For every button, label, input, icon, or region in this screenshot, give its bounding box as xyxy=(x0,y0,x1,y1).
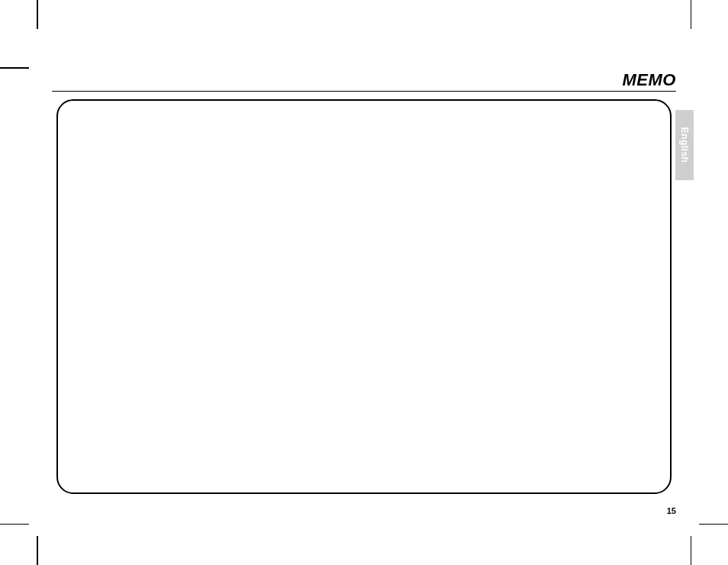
crop-mark xyxy=(691,536,692,565)
page-title: MEMO xyxy=(623,70,676,90)
header-rule xyxy=(52,91,676,92)
memo-box xyxy=(56,99,672,494)
crop-mark xyxy=(691,0,692,29)
crop-mark xyxy=(699,524,728,525)
crop-mark xyxy=(37,0,38,29)
header: MEMO xyxy=(52,67,676,92)
crop-mark xyxy=(0,524,29,525)
crop-mark xyxy=(0,67,29,69)
page-number: 15 xyxy=(667,506,676,515)
language-tab-label: English xyxy=(679,128,690,163)
language-tab: English xyxy=(675,110,694,180)
crop-mark xyxy=(37,536,38,565)
page-content: MEMO 15 xyxy=(52,67,676,525)
